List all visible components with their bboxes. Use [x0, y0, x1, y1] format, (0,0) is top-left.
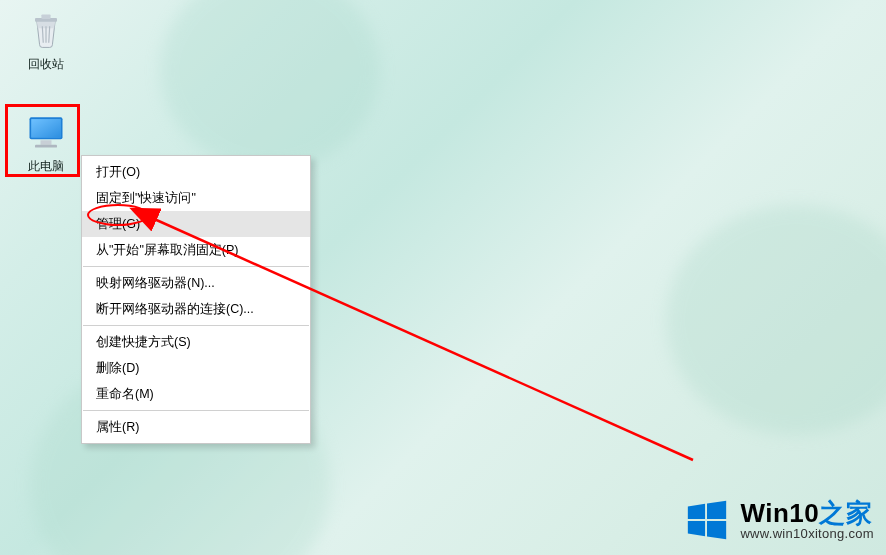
menu-item-label: 映射网络驱动器(N)...	[96, 276, 215, 290]
watermark-url: www.win10xitong.com	[740, 527, 874, 541]
menu-item-label: 打开(O)	[96, 165, 140, 179]
menu-item-unpin-start[interactable]: 从"开始"屏幕取消固定(P)	[82, 237, 310, 263]
svg-rect-9	[35, 145, 57, 148]
menu-item-properties[interactable]: 属性(R)	[82, 414, 310, 440]
menu-item-label: 属性(R)	[96, 420, 139, 434]
menu-item-delete[interactable]: 删除(D)	[82, 355, 310, 381]
desktop-icon-label: 回收站	[9, 57, 83, 71]
menu-item-create-shortcut[interactable]: 创建快捷方式(S)	[82, 329, 310, 355]
menu-item-label: 从"开始"屏幕取消固定(P)	[96, 243, 239, 257]
menu-separator	[83, 410, 309, 411]
bg-blob	[666, 205, 886, 435]
svg-rect-1	[41, 14, 50, 19]
menu-item-open[interactable]: 打开(O)	[82, 159, 310, 185]
menu-item-label: 固定到"快速访问"	[96, 191, 196, 205]
watermark: Win10之家 www.win10xitong.com	[684, 497, 874, 543]
menu-separator	[83, 325, 309, 326]
computer-icon	[22, 108, 70, 156]
menu-item-label: 断开网络驱动器的连接(C)...	[96, 302, 254, 316]
context-menu-this-pc: 打开(O) 固定到"快速访问" 管理(G) 从"开始"屏幕取消固定(P) 映射网…	[81, 155, 311, 444]
svg-rect-7	[31, 119, 60, 137]
watermark-title-suffix: 之家	[819, 498, 872, 528]
menu-item-map-network-drive[interactable]: 映射网络驱动器(N)...	[82, 270, 310, 296]
watermark-title: Win10之家	[740, 499, 874, 528]
menu-item-label: 创建快捷方式(S)	[96, 335, 191, 349]
menu-item-rename[interactable]: 重命名(M)	[82, 381, 310, 407]
bg-blob	[160, 0, 380, 170]
recycle-bin-icon	[22, 6, 70, 54]
svg-rect-8	[41, 140, 52, 145]
desktop-icon-this-pc[interactable]: 此电脑	[9, 108, 83, 173]
menu-item-manage[interactable]: 管理(G)	[82, 211, 310, 237]
menu-item-label: 重命名(M)	[96, 387, 154, 401]
watermark-title-prefix: Win10	[740, 498, 819, 528]
menu-item-disconnect-network-drive[interactable]: 断开网络驱动器的连接(C)...	[82, 296, 310, 322]
menu-item-label: 删除(D)	[96, 361, 139, 375]
desktop-icon-recycle-bin[interactable]: 回收站	[9, 6, 83, 71]
svg-marker-14	[688, 521, 705, 536]
svg-marker-15	[707, 521, 726, 539]
menu-separator	[83, 266, 309, 267]
desktop-icon-label: 此电脑	[9, 159, 83, 173]
menu-item-label: 管理(G)	[96, 217, 140, 231]
menu-item-pin-quick-access[interactable]: 固定到"快速访问"	[82, 185, 310, 211]
svg-marker-12	[688, 504, 705, 519]
svg-marker-13	[707, 501, 726, 519]
windows-logo-icon	[684, 497, 730, 543]
